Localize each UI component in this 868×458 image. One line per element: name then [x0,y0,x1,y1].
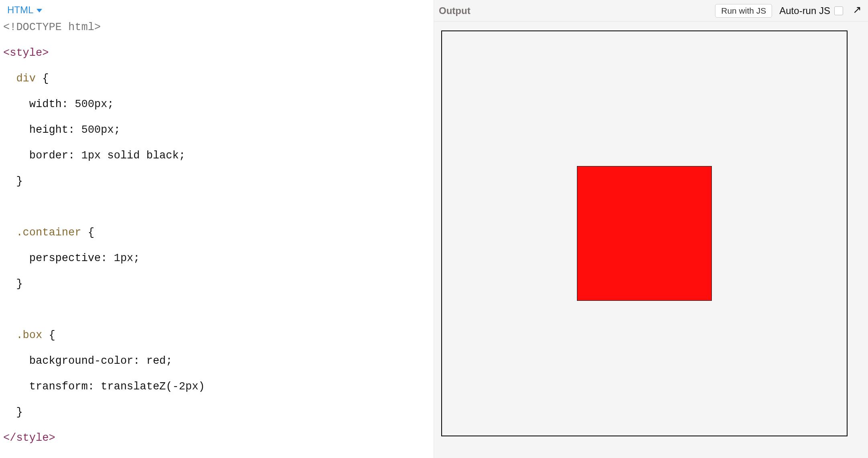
editor-panel: HTML <!DOCTYPE html> <style> div { width… [0,0,434,458]
output-header: Output Run with JS Auto-run JS ↗ [434,0,868,22]
code-line[interactable]: perspective: 1px; [3,252,430,265]
code-line[interactable]: } [3,406,430,419]
code-line[interactable]: <!DOCTYPE html> [3,21,430,34]
rendered-container [441,30,848,436]
output-panel: Output Run with JS Auto-run JS ↗ [434,0,868,458]
code-line[interactable]: </style> [3,432,430,444]
code-line[interactable]: background-color: red; [3,355,430,367]
popout-icon[interactable]: ↗ [851,4,863,16]
code-line[interactable]: .box { [3,329,430,342]
output-title: Output [439,5,471,16]
autorun-checkbox[interactable] [834,6,843,15]
code-line[interactable]: <style> [3,47,430,59]
code-line[interactable]: transform: translateZ(-2px) [3,380,430,393]
run-with-js-button[interactable]: Run with JS [715,4,772,18]
autorun-toggle[interactable]: Auto-run JS [779,5,843,16]
code-line[interactable]: .container { [3,226,430,239]
code-line[interactable]: height: 500px; [3,124,430,136]
code-editor[interactable]: <!DOCTYPE html> <style> div { width: 500… [0,20,434,458]
chevron-down-icon [37,9,42,12]
editor-tabs: HTML [0,0,434,20]
code-line[interactable]: } [3,175,430,188]
rendered-box [577,166,712,301]
output-body [434,22,868,458]
code-line[interactable] [3,201,430,213]
code-line[interactable]: border: 1px solid black; [3,149,430,162]
code-line[interactable]: div { [3,72,430,85]
code-line[interactable]: } [3,278,430,290]
code-line[interactable] [3,303,430,316]
editor-tab-label: HTML [7,4,33,16]
code-line[interactable]: width: 500px; [3,98,430,111]
autorun-label: Auto-run JS [779,5,830,16]
editor-tab-html[interactable]: HTML [4,2,45,18]
